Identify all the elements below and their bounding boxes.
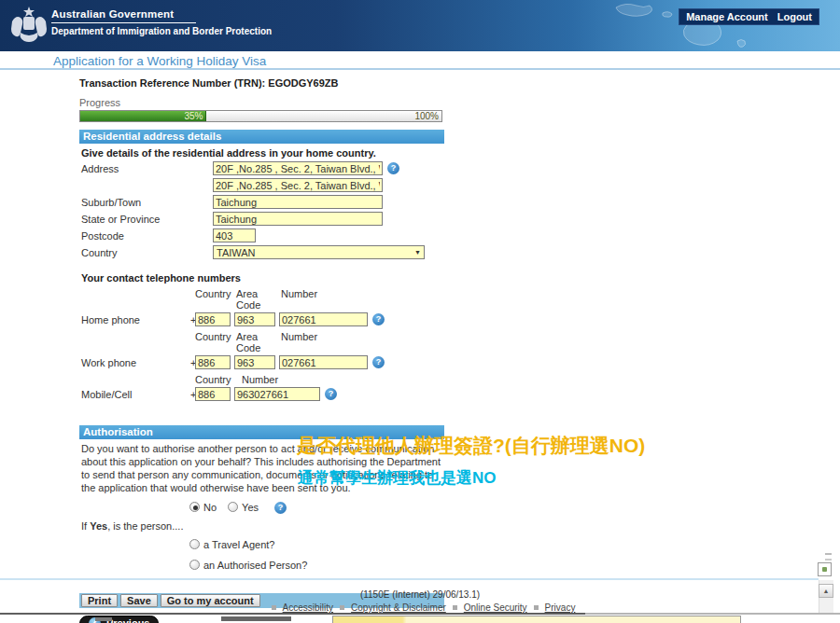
edge-mark xyxy=(825,559,832,561)
window-below-label-sliver xyxy=(221,616,291,621)
travel-agent-radio-row: a Travel Agent? xyxy=(79,539,444,550)
radio-no-label[interactable]: No xyxy=(203,502,217,513)
progress-label: Progress xyxy=(79,97,444,108)
postcode-row: Postcode xyxy=(79,228,444,242)
mobile-phone-row: Mobile/Cell + ? xyxy=(79,387,444,401)
if-yes-label: If Yes, is the person.... xyxy=(79,520,444,532)
content-bottom-border xyxy=(0,578,819,580)
authorised-person-label[interactable]: an Authorised Person? xyxy=(203,560,307,571)
help-icon[interactable]: ? xyxy=(325,388,337,400)
col-country: Country xyxy=(195,288,236,311)
title-strip: Application for a Working Holiday Visa xyxy=(0,51,840,70)
suburb-label: Suburb/Town xyxy=(81,195,213,208)
logout-button[interactable]: Logout xyxy=(777,11,812,22)
country-label: Country xyxy=(81,245,213,258)
address-row-2 xyxy=(79,178,444,192)
australian-coat-of-arms xyxy=(9,5,49,47)
home-country-input[interactable] xyxy=(195,312,231,326)
progress-fill: 35% xyxy=(80,111,206,121)
mobile-country-input[interactable] xyxy=(195,387,231,401)
window-below-edge xyxy=(585,613,840,615)
country-select[interactable]: TAIWAN ▼ xyxy=(213,245,425,259)
help-icon[interactable]: ? xyxy=(372,356,385,368)
address-input-2[interactable] xyxy=(213,178,383,192)
home-number-input[interactable] xyxy=(279,312,368,326)
state-label: State or Province xyxy=(81,212,213,225)
gov-name: Australian Government xyxy=(51,8,272,20)
col-number: Number xyxy=(281,288,317,311)
col-area-code: Area Code xyxy=(236,331,281,353)
col-area-code: Area Code xyxy=(236,288,281,311)
no-yes-radio-row: No Yes ? xyxy=(79,501,444,514)
postcode-input[interactable] xyxy=(213,228,256,242)
authorised-person-radio-row: an Authorised Person? xyxy=(79,560,444,571)
radio-authorised-person[interactable] xyxy=(189,560,200,570)
help-icon[interactable]: ? xyxy=(274,502,287,514)
footer-link-privacy[interactable]: Privacy xyxy=(545,602,576,613)
manage-account-button[interactable]: Manage Account xyxy=(686,11,768,22)
progress-percent: 35% xyxy=(184,111,203,121)
phones-title: Your contact telephone numbers xyxy=(79,272,444,284)
work-phone-row: Work phone + ? xyxy=(79,355,444,369)
footer-version: (1150E (Internet) 29/06/13.1) xyxy=(0,589,840,600)
site-header: Australian Government Department of Immi… xyxy=(0,0,840,51)
broken-image-icon xyxy=(818,562,832,576)
work-phone-label: Work phone xyxy=(81,355,190,368)
progress-bar: 35% 100% xyxy=(79,110,442,122)
mobile-label: Mobile/Cell xyxy=(81,387,190,400)
col-number: Number xyxy=(281,331,317,353)
work-area-input[interactable] xyxy=(234,355,275,369)
work-country-input[interactable] xyxy=(195,355,231,369)
annotation-line1: 是否代理他人辦理簽證?(自行辦理選NO) xyxy=(297,433,645,459)
logo-divider xyxy=(51,22,196,23)
page-title: Application for a Working Holiday Visa xyxy=(53,54,266,68)
country-selected-value: TAIWAN xyxy=(217,247,256,258)
radio-no[interactable] xyxy=(189,502,200,512)
bullet-icon xyxy=(453,605,457,610)
travel-agent-label[interactable]: a Travel Agent? xyxy=(203,539,274,550)
edge-mark xyxy=(825,553,832,555)
section-header-residential: Residential address details xyxy=(79,130,444,144)
radio-yes[interactable] xyxy=(228,502,238,512)
residential-instruction: Give details of the residential address … xyxy=(79,147,444,159)
radio-yes-label[interactable]: Yes xyxy=(242,502,259,513)
address-input-1[interactable] xyxy=(213,161,383,175)
mobile-number-input[interactable] xyxy=(234,387,320,401)
phone-header-mobile: Country Number xyxy=(195,374,444,385)
home-area-input[interactable] xyxy=(234,312,275,326)
annotation-line2: 通常幫學生辦理我也是選NO xyxy=(298,467,497,489)
help-icon[interactable]: ? xyxy=(372,313,385,325)
previous-button[interactable]: ❮ Previous xyxy=(79,616,159,623)
postcode-label: Postcode xyxy=(81,228,213,242)
logo-text-block: Australian Government Department of Immi… xyxy=(51,8,272,36)
previous-label: Previous xyxy=(106,617,149,623)
window-below-input-sliver xyxy=(332,616,741,623)
col-country: Country xyxy=(195,374,242,385)
progress-max: 100% xyxy=(414,111,439,121)
col-country: Country xyxy=(195,331,236,353)
footer-link-online-security[interactable]: Online Security xyxy=(464,602,527,613)
col-number: Number xyxy=(242,374,278,385)
footer-links: AccessibilityCopyright & DisclaimerOnlin… xyxy=(0,602,840,613)
state-input[interactable] xyxy=(213,212,383,226)
form-content: Transaction Reference Number (TRN): EGOD… xyxy=(79,77,444,623)
work-number-input[interactable] xyxy=(279,355,368,369)
radio-travel-agent[interactable] xyxy=(189,539,200,549)
address-row-1: Address ? xyxy=(79,161,444,175)
window-below-edge xyxy=(0,613,585,615)
bullet-icon xyxy=(534,605,539,610)
address-label: Address xyxy=(81,161,213,174)
scrollbar-up-button[interactable]: ▲ xyxy=(819,584,833,598)
footer-link-copyright[interactable]: Copyright & Disclaimer xyxy=(351,602,446,613)
page-footer: (1150E (Internet) 29/06/13.1) Accessibil… xyxy=(0,589,840,613)
bullet-icon xyxy=(340,605,344,610)
footer-link-accessibility[interactable]: Accessibility xyxy=(283,602,333,613)
home-phone-row: Home phone + ? xyxy=(79,312,444,326)
country-row: Country TAIWAN ▼ xyxy=(79,245,444,259)
home-phone-label: Home phone xyxy=(81,312,190,325)
phone-header-work: Country Area Code Number xyxy=(195,331,444,353)
account-bar: Manage Account Logout xyxy=(679,8,819,25)
help-icon[interactable]: ? xyxy=(387,162,399,174)
suburb-input[interactable] xyxy=(213,195,383,209)
chevron-down-icon: ▼ xyxy=(414,249,421,256)
